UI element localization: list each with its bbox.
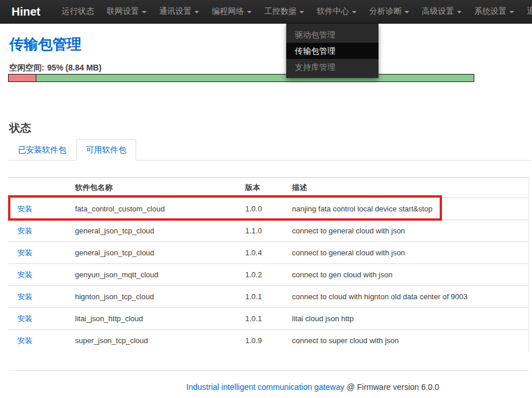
progressbar-free-segment [36,75,474,81]
nav-item-label: 系统设置 [474,6,507,17]
package-name: hignton_json_tcp_cloud [66,286,236,308]
package-version: 1.0.4 [236,242,283,264]
nav-item-label: 工控数据 [264,6,297,17]
install-button[interactable]: 安装 [17,204,32,213]
free-space-progressbar [8,74,474,82]
caret-down-icon [247,11,252,13]
nav-item-label: 编程网络 [212,6,244,17]
nav-item-system-settings[interactable]: 系统设置 [468,0,520,23]
package-description: connect to gen cloud with json [283,264,529,286]
free-space-value: 95% (8.84 MB) [47,63,102,72]
column-header-action [8,178,66,198]
package-tabs: 已安装软件包 可用软件包 [8,140,531,161]
main-content: 传输包管理 空闲空间:95% (8.84 MB) 状态 已安装软件包 可用软件包… [0,36,532,392]
install-button[interactable]: 安装 [17,292,32,301]
column-header-name: 软件包名称 [66,178,236,198]
menu-item-driver-package-mgmt[interactable]: 驱动包管理 [286,27,379,43]
nav-item-advanced-settings[interactable]: 高级设置 [415,0,468,23]
package-name: general_json_tcp_cloud [66,220,236,242]
nav-item-comm-settings[interactable]: 通讯设置 [153,0,205,23]
caret-down-icon [457,11,462,13]
top-navbar: Hinet 运行状态 联网设置 通讯设置 编程网络 工控数据 软件中心 分析诊断… [0,0,532,24]
available-packages-panel: 软件包名称 版本 描述 安装 fata_control_custom_cloud… [8,177,529,371]
free-space-label: 空闲空间: [9,63,44,72]
table-row: 安装 super_json_tcp_cloud 1.0.9 connect to… [8,330,529,352]
packages-table: 软件包名称 版本 描述 安装 fata_control_custom_cloud… [8,177,529,352]
nav-item-analysis-diagnosis[interactable]: 分析诊断 [363,0,415,23]
page-title: 传输包管理 [9,36,532,53]
table-row: 安装 genyun_json_mqtt_cloud 1.0.2 connect … [8,264,529,286]
package-version: 1.0.9 [236,330,283,352]
nav-menu: 运行状态 联网设置 通讯设置 编程网络 工控数据 软件中心 分析诊断 高级设置 … [55,0,532,23]
nav-item-label: 软件中心 [317,6,349,17]
install-button[interactable]: 安装 [17,336,32,345]
caret-down-icon [194,11,199,13]
package-name: genyun_json_mqtt_cloud [66,264,236,286]
install-button[interactable]: 安装 [17,248,32,257]
table-row: 安装 litai_json_http_cloud 1.0.1 litai clo… [8,308,529,330]
caret-down-icon [142,11,147,13]
nav-item-label: 通讯设置 [159,6,192,17]
status-section-title: 状态 [9,122,532,135]
column-header-version: 版本 [236,178,283,198]
nav-item-label: 退出 [527,6,532,17]
nav-item-label: 运行状态 [62,6,94,17]
table-row: 安装 hignton_json_tcp_cloud 1.0.1 connect … [8,286,529,308]
brand-logo[interactable]: Hinet [0,0,45,23]
gateway-footer-link[interactable]: Industrial intelligent communication gat… [186,382,344,392]
column-header-description: 描述 [283,178,529,198]
caret-down-icon [299,11,304,13]
free-space-status: 空闲空间:95% (8.84 MB) [9,63,532,73]
software-center-dropdown: 驱动包管理 传输包管理 支持库管理 [286,24,379,78]
package-description: nanjing fata control local device start&… [283,198,529,220]
package-name: litai_json_http_cloud [66,308,236,330]
table-row: 安装 fata_control_custom_cloud 1.0.0 nanji… [8,198,529,220]
install-button[interactable]: 安装 [17,226,32,235]
nav-item-label: 高级设置 [422,6,454,17]
package-description: connect to general cloud with json [283,242,529,264]
nav-item-label: 分析诊断 [369,6,402,17]
caret-down-icon [404,11,409,13]
package-description: connect to cloud with hignton old data c… [283,286,529,308]
caret-down-icon [352,11,357,13]
menu-item-transfer-package-mgmt[interactable]: 传输包管理 [286,43,379,59]
install-button[interactable]: 安装 [17,270,32,279]
package-name: fata_control_custom_cloud [66,198,236,220]
nav-item-running-status[interactable]: 运行状态 [55,0,100,23]
install-button[interactable]: 安装 [17,314,32,323]
package-name: super_json_tcp_cloud [66,330,236,352]
table-row: 安装 general_json_tcp_cloud 1.1.0 connect … [8,220,529,242]
package-version: 1.1.0 [236,220,283,242]
firmware-version-text: @ Firmware version 6.0.0 [344,382,439,392]
package-description: connect to general cloud with json [283,220,529,242]
package-version: 1.0.1 [236,308,283,330]
table-row: 安装 general_json_tcp_cloud 1.0.4 connect … [8,242,529,264]
nav-item-software-center[interactable]: 软件中心 [310,0,363,23]
nav-item-network-settings[interactable]: 联网设置 [100,0,153,23]
caret-down-icon [509,11,514,13]
tab-available-packages[interactable]: 可用软件包 [76,139,136,161]
package-description: connect to super cloud with json [283,330,529,352]
menu-item-support-library-mgmt[interactable]: 支持库管理 [286,59,379,75]
package-version: 1.0.2 [236,264,283,286]
page-footer: Industrial intelligent communication gat… [8,382,532,392]
table-header-row: 软件包名称 版本 描述 [8,178,529,198]
package-version: 1.0.1 [236,286,283,308]
progressbar-used-segment [9,75,36,81]
nav-item-industrial-data[interactable]: 工控数据 [258,0,310,23]
package-description: litai cloud json http [283,308,529,330]
nav-item-label: 联网设置 [107,6,139,17]
nav-item-programming-network[interactable]: 编程网络 [205,0,258,23]
nav-item-logout[interactable]: 退出 [520,0,532,23]
package-version: 1.0.0 [236,198,283,220]
tab-installed-packages[interactable]: 已安装软件包 [8,139,76,160]
package-name: general_json_tcp_cloud [66,242,236,264]
